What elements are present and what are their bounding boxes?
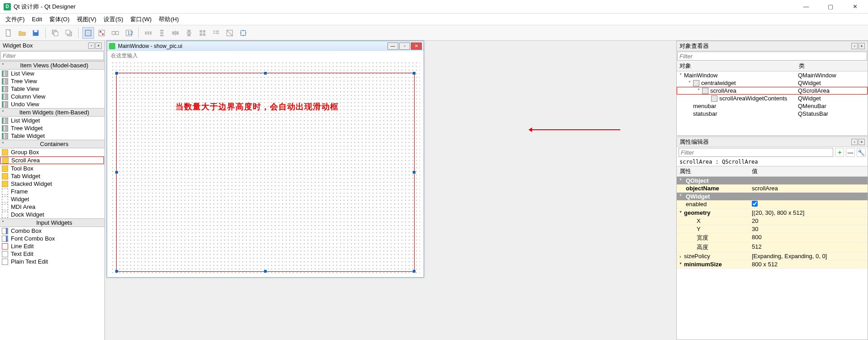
dock-float-icon[interactable]: ▫ xyxy=(851,139,858,145)
send-back-icon[interactable] xyxy=(49,27,61,39)
property-section[interactable]: ˅QWidget xyxy=(677,193,868,200)
form-close-icon[interactable]: ✕ xyxy=(411,42,422,50)
widget-item[interactable]: Combo Box xyxy=(0,227,104,235)
add-dynamic-prop-icon[interactable]: ＋ xyxy=(835,148,844,157)
resize-handle[interactable] xyxy=(264,72,267,75)
menu-item[interactable]: 视图(V) xyxy=(74,15,99,24)
resize-handle[interactable] xyxy=(264,270,267,273)
property-row[interactable]: X20 xyxy=(677,217,868,225)
widget-item[interactable]: Table Widget xyxy=(0,132,104,140)
property-list[interactable]: ˅QObjectobjectNamescrollArea˅QWidgetenab… xyxy=(677,177,868,340)
edit-widgets-icon[interactable] xyxy=(82,27,94,39)
layout-grid-icon[interactable] xyxy=(197,27,208,39)
menu-item[interactable]: Edit xyxy=(29,16,45,23)
form-window[interactable]: MainWindow - show_pic.ui — ▫ ✕ 在这里输入 当数量… xyxy=(107,41,424,278)
widget-category[interactable]: ˅Item Views (Model-based) xyxy=(0,61,104,70)
edit-signals-icon[interactable] xyxy=(96,27,108,39)
widget-box-list[interactable]: ˅Item Views (Model-based)List ViewTree V… xyxy=(0,61,104,340)
menu-item[interactable]: 设置(S) xyxy=(101,15,126,24)
property-row[interactable]: 高度512 xyxy=(677,243,868,252)
widget-item[interactable]: Undo View xyxy=(0,100,104,108)
object-tree-row[interactable]: ˅centralwidgetQWidget xyxy=(677,79,868,87)
dock-float-icon[interactable]: ▫ xyxy=(851,43,858,49)
widget-item[interactable]: MDI Area xyxy=(0,203,104,211)
remove-dynamic-prop-icon[interactable]: — xyxy=(846,148,855,157)
resize-handle[interactable] xyxy=(115,171,118,174)
menu-item[interactable]: 窗体(O) xyxy=(47,15,72,24)
edit-buddies-icon[interactable] xyxy=(109,27,121,39)
object-tree-row[interactable]: menubarQMenuBar xyxy=(677,102,868,110)
resize-handle[interactable] xyxy=(413,72,415,75)
dock-close-icon[interactable]: × xyxy=(859,43,865,49)
layout-vert-icon[interactable] xyxy=(156,27,168,39)
minimize-button[interactable]: — xyxy=(799,3,813,10)
widget-item[interactable]: Frame xyxy=(0,188,104,195)
col-property[interactable]: 属性 xyxy=(679,167,752,175)
col-class[interactable]: 类 xyxy=(799,62,865,70)
widget-item[interactable]: Widget xyxy=(0,195,104,203)
edit-tab-order-icon[interactable]: 12 xyxy=(123,27,135,39)
widget-item[interactable]: Font Combo Box xyxy=(0,235,104,242)
widget-item[interactable]: List View xyxy=(0,70,104,77)
layout-horiz-splitter-icon[interactable] xyxy=(170,27,181,39)
object-tree-row[interactable]: statusbarQStatusBar xyxy=(677,110,868,118)
config-icon[interactable]: 🔧 xyxy=(857,148,866,157)
property-row[interactable]: objectNamescrollArea xyxy=(677,184,868,193)
widget-item[interactable]: Tree Widget xyxy=(0,124,104,132)
menu-placeholder[interactable]: 在这里输入 xyxy=(111,52,138,60)
widget-item[interactable]: Column View xyxy=(0,93,104,100)
widget-item[interactable]: Table View xyxy=(0,85,104,93)
widget-item[interactable]: Plain Text Edit xyxy=(0,258,104,265)
form-maximize-icon[interactable]: ▫ xyxy=(399,42,410,50)
widget-item[interactable]: Group Box xyxy=(0,148,104,156)
bring-front-icon[interactable] xyxy=(63,27,75,39)
resize-handle[interactable] xyxy=(115,270,118,273)
widget-box-filter[interactable] xyxy=(0,51,104,60)
property-filter[interactable] xyxy=(679,148,833,157)
widget-item[interactable]: List Widget xyxy=(0,117,104,124)
dock-close-icon[interactable]: × xyxy=(859,139,865,145)
resize-handle[interactable] xyxy=(413,171,415,174)
widget-item[interactable]: Tool Box xyxy=(0,165,104,172)
widget-category[interactable]: ˅Item Widgets (Item-Based) xyxy=(0,108,104,117)
object-inspector-filter[interactable] xyxy=(677,52,867,61)
resize-handle[interactable] xyxy=(115,72,118,75)
widget-item[interactable]: Scroll Area xyxy=(0,156,104,164)
property-section[interactable]: ˅QObject xyxy=(677,177,868,184)
adjust-size-icon[interactable] xyxy=(237,27,249,39)
menu-item[interactable]: 帮助(H) xyxy=(156,15,181,24)
property-row[interactable]: Y30 xyxy=(677,225,868,233)
property-checkbox[interactable] xyxy=(752,201,758,207)
widget-item[interactable]: Stacked Widget xyxy=(0,180,104,188)
property-row[interactable]: enabled xyxy=(677,200,868,209)
close-button[interactable]: ✕ xyxy=(848,3,862,10)
scroll-area-widget[interactable]: 当数量大于边界高度时，会自动出现滑动框 xyxy=(116,73,415,272)
col-value[interactable]: 值 xyxy=(752,167,865,175)
property-row[interactable]: ˅geometry[(20, 30), 800 x 512] xyxy=(677,209,868,217)
object-tree-row[interactable]: ˅MainWindowQMainWindow xyxy=(677,71,868,79)
new-icon[interactable] xyxy=(3,27,14,39)
menu-item[interactable]: 文件(F) xyxy=(3,15,28,24)
widget-item[interactable]: Dock Widget xyxy=(0,211,104,218)
open-icon[interactable] xyxy=(16,27,28,39)
layout-form-icon[interactable] xyxy=(210,27,222,39)
dock-close-icon[interactable]: × xyxy=(95,42,102,49)
menu-item[interactable]: 窗口(W) xyxy=(127,15,154,24)
maximize-button[interactable]: ▢ xyxy=(824,3,837,10)
property-row[interactable]: ›sizePolicy[Expanding, Expanding, 0, 0] xyxy=(677,252,868,260)
form-minimize-icon[interactable]: — xyxy=(387,42,398,50)
widget-item[interactable]: Text Edit xyxy=(0,250,104,258)
widget-category[interactable]: ˅Containers xyxy=(0,140,104,148)
save-icon[interactable] xyxy=(30,27,42,39)
dock-float-icon[interactable]: ▫ xyxy=(88,42,94,49)
widget-item[interactable]: Line Edit xyxy=(0,242,104,250)
layout-horiz-icon[interactable] xyxy=(142,27,154,39)
widget-item[interactable]: Tree View xyxy=(0,77,104,85)
widget-item[interactable]: Tab Widget xyxy=(0,172,104,180)
property-row[interactable]: ˅minimumSize800 x 512 xyxy=(677,260,868,269)
layout-vert-splitter-icon[interactable] xyxy=(183,27,195,39)
object-tree-row[interactable]: ˅scrollAreaQScrollArea xyxy=(677,87,868,94)
object-tree[interactable]: ˅MainWindowQMainWindow˅centralwidgetQWid… xyxy=(677,71,868,135)
col-object[interactable]: 对象 xyxy=(679,62,799,70)
break-layout-icon[interactable] xyxy=(224,27,236,39)
